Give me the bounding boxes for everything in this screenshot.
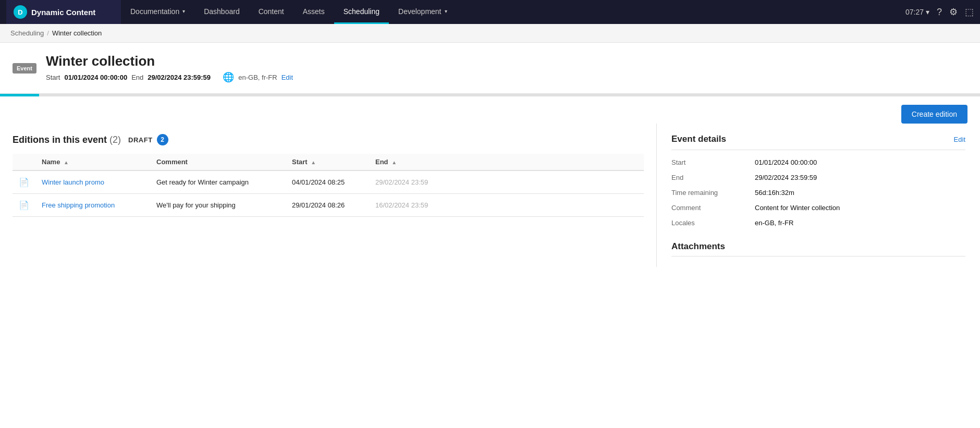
progress-bar	[0, 94, 980, 96]
draft-badge-wrap: DRAFT 2	[128, 134, 168, 145]
col-header-start[interactable]: Start ▲	[286, 154, 369, 170]
nav-item-documentation[interactable]: Documentation ▾	[121, 0, 194, 24]
editions-table-head: Name ▲ Comment Start ▲ End ▲	[13, 154, 644, 170]
event-dates: Start 01/01/2024 00:00:00 End 29/02/2024…	[46, 71, 967, 83]
details-start-value: 01/01/2024 00:00:00	[755, 158, 817, 166]
settings-icon[interactable]: ⚙	[949, 6, 958, 18]
nav-item-development[interactable]: Development ▾	[389, 0, 457, 24]
edition-end: 29/02/2024 23:59	[375, 178, 428, 186]
sort-icon-name: ▲	[64, 160, 69, 165]
event-details-header: Event details Edit	[671, 134, 965, 144]
chevron-down-icon: ▾	[182, 8, 185, 14]
edition-name-link[interactable]: Winter launch promo	[42, 178, 104, 186]
table-row: 📄 Free shipping promotion We'll pay for …	[13, 194, 644, 217]
progress-fill	[0, 94, 39, 96]
nav-items: Documentation ▾ Dashboard Content Assets…	[121, 0, 905, 24]
nav-item-content[interactable]: Content	[249, 0, 293, 24]
details-comment-row: Comment Content for Winter collection	[671, 204, 965, 212]
time-value: 07:27	[905, 8, 924, 16]
end-label: End	[131, 74, 143, 81]
nav-item-dashboard[interactable]: Dashboard	[194, 0, 249, 24]
table-row: 📄 Winter launch promo Get ready for Wint…	[13, 170, 644, 194]
app-logo[interactable]: D Dynamic Content	[6, 0, 121, 24]
editions-count: (2)	[109, 134, 121, 145]
edition-end-2: 16/02/2024 23:59	[375, 201, 428, 209]
edition-name-link-2[interactable]: Free shipping promotion	[42, 201, 115, 209]
editions-title: Editions in this event (2)	[13, 134, 121, 145]
col-header-name[interactable]: Name ▲	[35, 154, 150, 170]
time-chevron: ▾	[926, 8, 929, 16]
nav-label-content: Content	[259, 7, 284, 16]
details-comment-value: Content for Winter collection	[755, 204, 840, 212]
event-edit-link[interactable]: Edit	[281, 74, 293, 81]
details-time-remaining-value: 56d:16h:32m	[755, 189, 794, 197]
attachments-title: Attachments	[671, 241, 965, 252]
breadcrumb-current: Winter collection	[52, 29, 102, 37]
editions-table: Name ▲ Comment Start ▲ End ▲ 📄	[13, 154, 644, 217]
draft-label: DRAFT	[128, 136, 153, 144]
details-locales-row: Locales en-GB, fr-FR	[671, 219, 965, 227]
col-header-comment: Comment	[150, 154, 286, 170]
event-details-edit-link[interactable]: Edit	[954, 136, 965, 143]
nav-label-dashboard: Dashboard	[204, 7, 240, 16]
app-name: Dynamic Content	[31, 8, 95, 17]
details-end-label: End	[671, 174, 755, 181]
event-details-title: Event details	[671, 134, 726, 144]
nav-label-documentation: Documentation	[130, 7, 179, 16]
details-locales-label: Locales	[671, 219, 755, 227]
details-start-label: Start	[671, 158, 755, 166]
details-end-value: 29/02/2024 23:59:59	[755, 174, 817, 181]
attachments-divider	[671, 256, 965, 256]
edition-start-2: 29/01/2024 08:26	[292, 201, 345, 209]
details-comment-label: Comment	[671, 204, 755, 212]
create-edition-button[interactable]: Create edition	[901, 105, 967, 124]
document-icon: 📄	[19, 178, 29, 187]
nav-label-development: Development	[398, 7, 442, 16]
col-header-icon	[13, 154, 35, 170]
details-divider	[671, 150, 965, 150]
event-details-panel: Event details Edit Start 01/01/2024 00:0…	[657, 124, 980, 267]
edition-comment-cell-2: We'll pay for your shipping	[150, 194, 286, 217]
nav-item-scheduling[interactable]: Scheduling	[334, 0, 389, 24]
edition-start-cell-2: 29/01/2024 08:26	[286, 194, 369, 217]
breadcrumb-scheduling[interactable]: Scheduling	[10, 29, 44, 37]
nav-label-assets: Assets	[303, 7, 325, 16]
row-icon-cell-2: 📄	[13, 194, 35, 217]
editions-panel: Editions in this event (2) DRAFT 2 Name …	[0, 124, 657, 267]
edition-start-cell: 04/01/2024 08:25	[286, 170, 369, 194]
document-icon-2: 📄	[19, 201, 29, 210]
end-value: 29/02/2024 23:59:59	[148, 74, 211, 81]
top-navigation: D Dynamic Content Documentation ▾ Dashbo…	[0, 0, 980, 24]
help-icon[interactable]: ?	[937, 7, 942, 18]
row-icon-cell: 📄	[13, 170, 35, 194]
nav-label-scheduling: Scheduling	[344, 7, 379, 16]
exit-icon[interactable]: ⬚	[965, 6, 974, 18]
event-title: Winter collection	[46, 53, 967, 69]
edition-start: 04/01/2024 08:25	[292, 178, 345, 186]
create-edition-row: Create edition	[0, 96, 980, 124]
breadcrumb-separator: /	[47, 29, 49, 37]
col-header-end[interactable]: End ▲	[369, 154, 644, 170]
edition-end-cell: 29/02/2024 23:59	[369, 170, 644, 194]
details-start-row: Start 01/01/2024 00:00:00	[671, 158, 965, 166]
draft-count: 2	[157, 134, 168, 145]
locale-text: en-GB, fr-FR	[238, 74, 277, 81]
event-info: Winter collection Start 01/01/2024 00:00…	[46, 53, 967, 83]
editions-table-body: 📄 Winter launch promo Get ready for Wint…	[13, 170, 644, 217]
sort-icon-end: ▲	[391, 160, 397, 165]
edition-comment-cell: Get ready for Winter campaign	[150, 170, 286, 194]
nav-right: 07:27 ▾ ? ⚙ ⬚	[905, 6, 974, 18]
nav-item-assets[interactable]: Assets	[293, 0, 334, 24]
breadcrumb: Scheduling / Winter collection	[0, 24, 980, 43]
globe-icon: 🌐	[223, 71, 234, 83]
details-time-remaining-label: Time remaining	[671, 189, 755, 197]
details-locales-value: en-GB, fr-FR	[755, 219, 793, 227]
details-time-remaining-row: Time remaining 56d:16h:32m	[671, 189, 965, 197]
edition-name-cell: Winter launch promo	[35, 170, 150, 194]
event-header: Event Winter collection Start 01/01/2024…	[0, 43, 980, 94]
details-end-row: End 29/02/2024 23:59:59	[671, 174, 965, 181]
edition-comment-2: We'll pay for your shipping	[156, 201, 236, 209]
chevron-down-icon-dev: ▾	[445, 8, 447, 14]
edition-end-cell-2: 16/02/2024 23:59	[369, 194, 644, 217]
main-content: Editions in this event (2) DRAFT 2 Name …	[0, 124, 980, 267]
